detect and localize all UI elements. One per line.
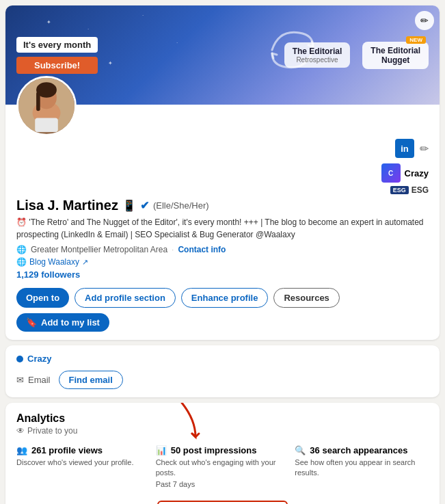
company-dot — [16, 356, 23, 362]
verified-icon: ✔ — [140, 199, 149, 212]
profile-bio: ⏰ 'The Retro' and The Nugget of the Edit… — [16, 216, 429, 241]
add-profile-section-button[interactable]: Add profile section — [75, 288, 176, 308]
analytics-views-title: 👥 261 profile views — [16, 445, 150, 455]
add-to-list-button[interactable]: 🔖 Add to my list — [16, 313, 109, 332]
email-card: Crazy ✉ Email Find email — [5, 345, 440, 397]
email-section: Crazy ✉ Email Find email — [5, 345, 440, 397]
followers-count: 1,129 followers — [16, 269, 429, 280]
profile-actions-right: in ✏ C Crazy ESG ESG — [381, 139, 429, 195]
email-company-name: Crazy — [27, 354, 51, 364]
analytics-impressions-extra: Past 7 days — [156, 480, 290, 488]
globe-icon: 🌐 — [16, 245, 27, 254]
globe-icon-2: 🌐 — [16, 257, 27, 267]
editorial-title-2: The Editorial — [370, 46, 420, 55]
analytics-subtitle: 👁 Private to you — [16, 426, 429, 436]
external-link-icon: ↗ — [82, 258, 88, 267]
analytics-item-impressions: 📊 50 post impressions Check out who's en… — [156, 445, 290, 488]
location-text: Greater Montpellier Metropolitan Area — [31, 245, 167, 254]
email-row: ✉ Email Find email — [16, 371, 429, 389]
email-company: Crazy — [16, 354, 429, 364]
list-icon: 🔖 — [26, 317, 37, 328]
editorial-subtitle-1: Retrospective — [293, 56, 342, 64]
analytics-views-icon: 👥 — [16, 445, 27, 455]
new-badge: NEW — [406, 36, 426, 44]
profile-top-row: in ✏ C Crazy ESG ESG — [16, 105, 429, 195]
pronouns: (Elle/She/Her) — [153, 200, 209, 211]
analytics-impressions-title: 📊 50 post impressions — [156, 445, 290, 455]
analytics-search-label: search appearances — [322, 445, 407, 455]
edit-icon: ✏ — [420, 15, 429, 26]
analytics-card: Analytics 👁 Private to you 👥 261 profile… — [5, 403, 440, 504]
profile-name: Lisa J. Martinez — [16, 198, 118, 213]
analytics-search-icon: 🔍 — [295, 445, 306, 455]
editorial-title-1: The Editorial — [293, 47, 342, 56]
email-envelope-icon: ✉ — [16, 375, 24, 385]
location-row: 🌐 Greater Montpellier Metropolitan Area … — [16, 245, 429, 254]
avatar-image — [18, 78, 75, 134]
banner-edit-button[interactable]: ✏ — [415, 11, 434, 30]
email-label-text: Email — [28, 375, 51, 385]
analytics-views-desc: Discover who's viewed your profile. — [16, 457, 150, 468]
analytics-item-search: 🔍 36 search appearances See how often yo… — [295, 445, 429, 488]
show-all-analytics-button[interactable]: Show all analytics → — [157, 501, 288, 504]
email-label: ✉ Email — [16, 375, 51, 385]
esg-badge: ESG ESG — [390, 185, 429, 195]
blog-row: 🌐 Blog Waalaxy ↗ — [16, 257, 429, 267]
analytics-search-desc: See how often you appear in search resul… — [295, 457, 429, 479]
analytics-search-title: 🔍 36 search appearances — [295, 445, 429, 455]
contact-info-link[interactable]: Contact info — [178, 245, 226, 254]
analytics-impressions-desc: Check out who's engaging with your posts… — [156, 457, 290, 479]
linkedin-icon: in — [395, 139, 414, 158]
analytics-item-views: 👥 261 profile views Discover who's viewe… — [16, 445, 150, 488]
find-email-button[interactable]: Find email — [59, 371, 123, 389]
editorial-box-2: NEW The Editorial Nugget — [362, 42, 429, 69]
profile-card: ✦ · · ✦ · · It's every month Subscribe! … — [5, 5, 440, 340]
analytics-views-count: 261 — [31, 445, 46, 455]
banner-right: The Editorial Retrospective NEW The Edit… — [284, 42, 429, 69]
add-to-list-label: Add to my list — [41, 317, 100, 328]
enhance-profile-button[interactable]: Enhance profile — [181, 288, 269, 308]
blog-link[interactable]: Blog Waalaxy — [29, 257, 79, 267]
profile-edit-button[interactable]: ✏ — [420, 142, 429, 155]
phone-emoji: 📱 — [122, 199, 136, 212]
esg-text: ESG — [412, 185, 429, 195]
separator: · — [172, 245, 174, 254]
arrow-container: 👥 261 profile views Discover who's viewe… — [16, 445, 429, 488]
svg-rect-4 — [36, 92, 40, 111]
company-icon: C — [381, 163, 401, 183]
editorial-subtitle-2: Nugget — [370, 55, 420, 65]
analytics-section: Analytics 👁 Private to you 👥 261 profile… — [5, 403, 440, 504]
eye-icon: 👁 — [16, 426, 25, 436]
action-buttons: Open to Add profile section Enhance prof… — [16, 288, 429, 308]
banner-text: It's every month — [16, 37, 98, 53]
profile-name-row: Lisa J. Martinez 📱 ✔ (Elle/She/Her) — [16, 198, 429, 213]
editorial-box-1: The Editorial Retrospective — [284, 42, 351, 68]
analytics-grid: 👥 261 profile views Discover who's viewe… — [16, 445, 429, 488]
analytics-impressions-count: 50 — [171, 445, 180, 455]
resources-button[interactable]: Resources — [273, 288, 339, 308]
esg-label: ESG — [390, 186, 409, 194]
svg-rect-5 — [35, 118, 58, 133]
analytics-title: Analytics — [16, 412, 429, 425]
subscribe-button[interactable]: Subscribe! — [16, 57, 98, 74]
avatar-svg — [18, 76, 75, 134]
analytics-search-count: 36 — [310, 445, 319, 455]
analytics-impressions-label: post impressions — [183, 445, 257, 455]
analytics-impressions-icon: 📊 — [156, 445, 167, 455]
profile-info: in ✏ C Crazy ESG ESG Lisa J. Martinez 📱 — [5, 105, 440, 340]
company-name: Crazy — [405, 168, 429, 178]
banner-left: It's every month Subscribe! — [16, 37, 98, 74]
open-to-button[interactable]: Open to — [16, 288, 69, 308]
analytics-views-label: profile views — [49, 445, 103, 455]
analytics-subtitle-text: Private to you — [27, 426, 77, 436]
avatar — [16, 76, 77, 136]
